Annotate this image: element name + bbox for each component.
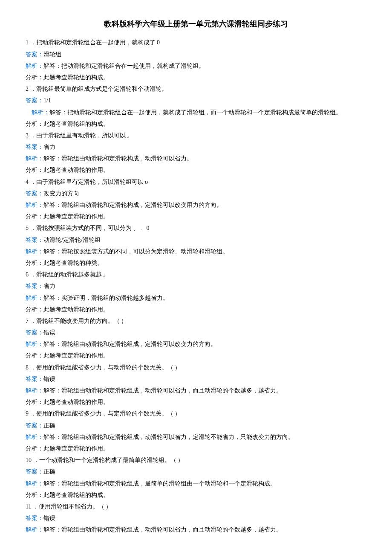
question-text: 7 ．滑轮组不能改变用力的方向。（ ） <box>26 316 366 326</box>
analysis-text: 解答：滑轮组由动滑轮和定滑轮组成，动滑轮可以省力，定滑轮不能省力，只能改变力的方… <box>43 434 294 440</box>
answer-line: 答案：正确 <box>26 420 366 431</box>
analysis-line: 解析：解答：滑轮组由动滑轮和定滑轮组成，定滑轮可以改变力的方向。 <box>26 339 366 349</box>
answer-label: 答案： <box>26 329 43 336</box>
analysis-label: 解析： <box>26 248 43 255</box>
question-text: 9 ．使用的滑轮组能省多少力，与定滑轮的个数无关。（ ） <box>26 408 366 419</box>
fx-text: 分析：此题考查滑轮组的构成。 <box>26 119 366 129</box>
analysis-line: 解析：解答：滑轮组由动滑轮和定滑轮组成，最简单的滑轮组由一个动滑轮和一个定滑轮构… <box>26 478 366 489</box>
fx-text: 分析：此题考查动滑轮的作用。 <box>26 304 366 315</box>
fx-text: 分析：此题考查滑轮组的构成。 <box>26 490 366 500</box>
analysis-label: 解析： <box>26 387 43 394</box>
answer-label: 答案： <box>26 283 43 289</box>
answer-label: 答案： <box>26 51 43 58</box>
analysis-text: 解答：滑轮组由动滑轮和定滑轮组成，动滑轮可以省力，而且动滑轮的个数越多，越省力。 <box>43 387 282 394</box>
analysis-label: 解析： <box>26 63 43 69</box>
analysis-label: 解析： <box>26 155 43 162</box>
answer-label: 答案： <box>26 376 43 382</box>
analysis-line: 解析：解答：滑轮组由动滑轮和定滑轮组成，动滑轮可以省力，定滑轮不能省力，只能改变… <box>26 432 366 442</box>
analysis-line: 解析：解答：实验证明，滑轮组的动滑轮越多越省力。 <box>26 293 366 303</box>
answer-line: 答案：省力 <box>26 142 366 152</box>
analysis-text: 解答：滑轮组由动滑轮和定滑轮构成，动滑轮可以省力。 <box>43 155 193 162</box>
answer-line: 答案：改变力的方向 <box>26 188 366 199</box>
analysis-line: 解析：解答：把动滑轮和定滑轮组合在一起使用，就构成了滑轮组。 <box>26 61 366 71</box>
analysis-text: 解答：实验证明，滑轮组的动滑轮越多越省力。 <box>43 295 169 301</box>
analysis-text: 解答：滑轮组由动滑轮和定滑轮构成，定滑轮可以改变用力的方向。 <box>43 202 222 208</box>
analysis-text: 解答：滑轮组由动滑轮和定滑轮组成，动滑轮可以省力，而且动滑轮的个数越多，越省力。 <box>43 526 282 533</box>
analysis-label: 解析： <box>26 480 43 487</box>
answer-label: 答案： <box>26 190 43 197</box>
answer-value: 正确 <box>43 468 55 475</box>
fx-text: 分析：此题考查动滑轮的作用。 <box>26 165 366 175</box>
answer-label: 答案： <box>26 97 43 104</box>
analysis-text: 解答：把动滑轮和定滑轮组合在一起使用，就构成了滑轮组。 <box>43 63 205 69</box>
analysis-line: 解析：解答：滑轮组由动滑轮和定滑轮构成，动滑轮可以省力。 <box>26 153 366 164</box>
question-text: 11 ．使用滑轮组不能省力。（ ） <box>26 501 366 512</box>
answer-label: 答案： <box>26 515 43 521</box>
answer-line: 答案：动滑轮/定滑轮/滑轮组 <box>26 235 366 245</box>
answer-value: 错误 <box>43 329 55 336</box>
question-text: 6 ．滑轮组的动滑轮越多就越 。 <box>26 269 366 280</box>
analysis-line: 解析：解答：滑轮组由动滑轮和定滑轮组成，动滑轮可以省力，而且动滑轮的个数越多，越… <box>26 524 366 535</box>
answer-value: 动滑轮/定滑轮/滑轮组 <box>43 237 101 243</box>
analysis-text: 解答：滑轮组由动滑轮和定滑轮组成，最简单的滑轮组由一个动滑轮和一个定滑轮构成。 <box>43 480 276 487</box>
analysis-line: 解析：解答：把动滑轮和定滑轮组合在一起使用，就构成了滑轮组，而一个动滑轮和一个定… <box>26 107 366 118</box>
answer-line: 答案：1/1 <box>26 95 366 106</box>
answer-value: 错误 <box>43 515 55 521</box>
answer-value: 改变力的方向 <box>43 190 79 197</box>
analysis-text: 解答：滑轮按照组装方式的不同，可以分为定滑轮、动滑轮和滑轮组。 <box>43 248 228 255</box>
answer-line: 答案：省力 <box>26 281 366 291</box>
question-text: 8 ．使用的滑轮组能省多少力，与动滑轮的个数无关。（ ） <box>26 362 366 373</box>
question-text: 5 ．滑轮按照组装方式的不同，可以分为 、 、0 <box>26 223 366 233</box>
analysis-label: 解析： <box>26 434 43 440</box>
fx-text: 分析：此题考查动滑轮的作用。 <box>26 397 366 407</box>
answer-label: 答案： <box>26 144 43 150</box>
analysis-label: 解析： <box>32 109 49 116</box>
answer-line: 答案：错误 <box>26 513 366 523</box>
analysis-line: 解析：解答：滑轮组由动滑轮和定滑轮构成，定滑轮可以改变用力的方向。 <box>26 200 366 210</box>
answer-label: 答案： <box>26 422 43 429</box>
answer-line: 答案：错误 <box>26 327 366 338</box>
answer-line: 答案：滑轮组 <box>26 49 366 60</box>
question-text: 10 ．一个动滑轮和一个定滑轮构成了最简单的滑轮组。（ ） <box>26 455 366 465</box>
exercise-list: 1 ．把动滑轮和定滑轮组合在一起使用，就构成了 0答案：滑轮组解析：解答：把动滑… <box>26 37 366 535</box>
answer-label: 答案： <box>26 237 43 243</box>
answer-label: 答案： <box>26 468 43 475</box>
answer-line: 答案：正确 <box>26 466 366 477</box>
question-text: 4 ．由于滑轮组里有定滑轮，所以滑轮组可以 o <box>26 177 366 187</box>
answer-value: 省力 <box>43 144 55 150</box>
answer-value: 正确 <box>43 422 55 429</box>
analysis-text: 解答：把动滑轮和定滑轮组合在一起使用，就构成了滑轮组，而一个动滑轮和一个定滑轮构… <box>49 109 342 116</box>
question-text: 3 ．由于滑轮组里有动滑轮，所以可以 。 <box>26 130 366 141</box>
answer-value: 滑轮组 <box>43 51 61 58</box>
question-text: 2 ．滑轮组最简单的组成方式是个定滑轮和个动滑轮。 <box>26 84 366 94</box>
answer-value: 1/1 <box>43 97 51 104</box>
question-text: 1 ．把动滑轮和定滑轮组合在一起使用，就构成了 0 <box>26 37 366 48</box>
answer-value: 错误 <box>43 376 55 382</box>
answer-line: 答案：错误 <box>26 374 366 384</box>
page-title: 教科版科学六年级上册第一单元第六课滑轮组同步练习 <box>26 17 366 31</box>
fx-text: 分析：此题考查定滑轮的作用。 <box>26 443 366 454</box>
analysis-text: 解答：滑轮组由动滑轮和定滑轮组成，定滑轮可以改变力的方向。 <box>43 341 216 347</box>
fx-text: 分析：此题考查定滑轮的作用。 <box>26 211 366 222</box>
fx-text: 分析：此题考查滑轮组的构成。 <box>26 72 366 83</box>
fx-text: 分析：此题考查滑轮的种类。 <box>26 258 366 268</box>
analysis-label: 解析： <box>26 526 43 533</box>
fx-text: 分析：此题考查定滑轮的作用。 <box>26 350 366 361</box>
analysis-label: 解析： <box>26 202 43 208</box>
analysis-line: 解析：解答：滑轮组由动滑轮和定滑轮组成，动滑轮可以省力，而且动滑轮的个数越多，越… <box>26 385 366 396</box>
analysis-label: 解析： <box>26 341 43 347</box>
analysis-label: 解析： <box>26 295 43 301</box>
answer-value: 省力 <box>43 283 55 289</box>
analysis-line: 解析：解答：滑轮按照组装方式的不同，可以分为定滑轮、动滑轮和滑轮组。 <box>26 246 366 257</box>
